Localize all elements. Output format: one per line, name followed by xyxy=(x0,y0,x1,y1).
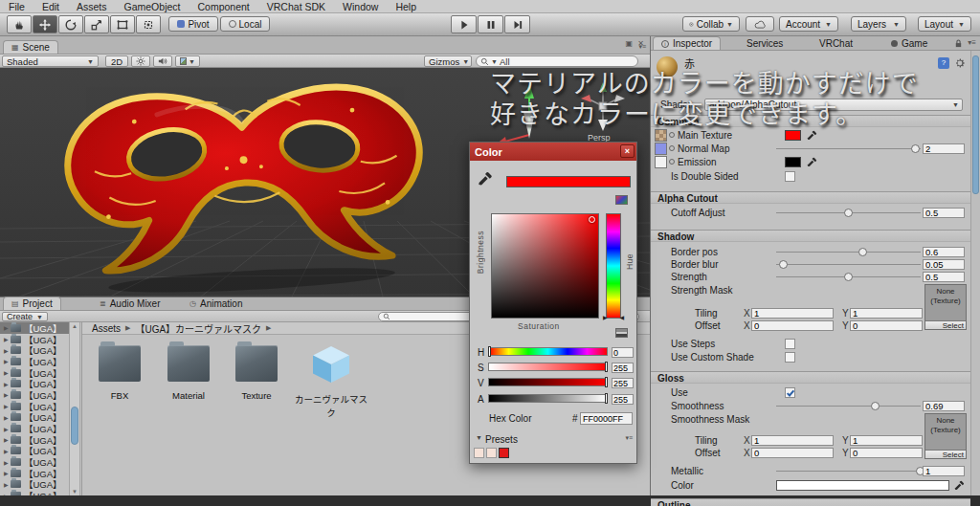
game-tab[interactable]: Game xyxy=(883,36,935,50)
s-slider-thumb[interactable] xyxy=(605,362,608,372)
border-blur-slider[interactable] xyxy=(776,264,921,265)
expand-triangle-icon[interactable]: ▶ xyxy=(4,347,11,354)
expand-triangle-icon[interactable]: ▶ xyxy=(4,358,11,364)
use-steps-checkbox[interactable] xyxy=(785,339,795,349)
v-slider-thumb[interactable] xyxy=(605,377,608,387)
gloss-color-swatch[interactable] xyxy=(776,480,949,491)
move-tool-button[interactable] xyxy=(33,15,57,33)
collab-button[interactable]: Collab▼ xyxy=(682,16,740,32)
vrchat-tab[interactable]: VRChat xyxy=(812,36,860,50)
section-outline[interactable]: Outline xyxy=(651,498,970,506)
breadcrumb-folder[interactable]: 【UGA】カーニヴァルマスク xyxy=(135,321,261,336)
expand-triangle-icon[interactable]: ▶ xyxy=(4,459,11,466)
smoothness-value-field[interactable] xyxy=(923,401,965,411)
view-orientation-gizmo[interactable] xyxy=(576,79,630,133)
expand-triangle-icon[interactable]: ▶ xyxy=(4,336,11,342)
expand-triangle-icon[interactable]: ▶ xyxy=(4,414,11,421)
slider-thumb[interactable] xyxy=(911,144,920,153)
use-custom-shade-checkbox[interactable] xyxy=(785,352,795,363)
shader-dropdown[interactable]: arktoon/AlphaCutout ▼ xyxy=(704,99,963,111)
eyedropper-icon[interactable] xyxy=(954,480,965,491)
gloss-tiling-x-field[interactable] xyxy=(751,435,834,446)
step-button[interactable] xyxy=(504,15,530,33)
scroll-down-icon[interactable]: ▼ xyxy=(72,489,78,495)
expand-triangle-icon[interactable]: ▶ xyxy=(4,481,11,488)
color-window-titlebar[interactable]: Color × xyxy=(470,143,636,161)
asset-prefab-cube[interactable]: カーニヴァルマスク xyxy=(291,345,371,419)
audio-mixer-tab[interactable]: ≣ Audio Mixer xyxy=(92,297,168,310)
move-gizmo[interactable] xyxy=(494,76,551,152)
help-book-icon[interactable]: ? xyxy=(938,57,949,69)
expand-triangle-icon[interactable]: ▶ xyxy=(4,324,11,331)
menu-edit[interactable]: Edit xyxy=(33,1,68,12)
a-slider[interactable] xyxy=(488,394,608,403)
menu-gameobject[interactable]: GameObject xyxy=(116,1,189,12)
gloss-offset-y-field[interactable] xyxy=(850,448,923,458)
project-tab[interactable]: ▤ Project xyxy=(3,297,61,310)
shadow-offset-x-field[interactable] xyxy=(751,320,834,331)
slider-thumb[interactable] xyxy=(871,402,880,410)
h-slider-thumb[interactable] xyxy=(488,346,491,357)
metallic-value-field[interactable] xyxy=(923,466,965,476)
scale-tool-button[interactable] xyxy=(84,15,109,33)
expand-triangle-icon[interactable]: ▶ xyxy=(4,403,11,409)
double-sided-checkbox[interactable] xyxy=(785,171,795,182)
rect-tool-button[interactable] xyxy=(110,15,135,33)
scroll-up-icon[interactable]: ▲ xyxy=(72,323,78,329)
breadcrumb-root[interactable]: Assets xyxy=(92,323,121,334)
animation-tab[interactable]: ◷ Animation xyxy=(182,297,250,310)
main-texture-thumbnail[interactable] xyxy=(655,129,667,142)
menu-vrchat-sdk[interactable]: VRChat SDK xyxy=(258,1,334,12)
2d-toggle-button[interactable]: 2D xyxy=(105,55,128,67)
inspector-tab[interactable]: i Inspector xyxy=(653,36,721,50)
a-value-field[interactable] xyxy=(612,394,634,405)
services-tab[interactable]: Services xyxy=(739,36,791,50)
asset-material-folder[interactable]: Material xyxy=(160,345,217,401)
eyedropper-icon[interactable] xyxy=(807,157,817,167)
transform-tool-button[interactable] xyxy=(136,15,161,33)
normal-map-slider[interactable] xyxy=(776,148,921,149)
a-slider-thumb[interactable] xyxy=(605,393,608,404)
hex-value-field[interactable] xyxy=(580,412,633,425)
section-shadow[interactable]: Shadow xyxy=(651,230,970,242)
slider-thumb[interactable] xyxy=(844,209,853,217)
shading-mode-dropdown[interactable]: Shaded▼ xyxy=(2,55,99,67)
local-toggle-button[interactable]: Local xyxy=(220,16,270,32)
expand-triangle-icon[interactable]: ▶ xyxy=(4,391,11,398)
border-blur-value-field[interactable] xyxy=(923,259,965,270)
s-slider[interactable] xyxy=(488,363,608,371)
presets-label[interactable]: Presets xyxy=(485,434,518,445)
scene-search-field[interactable]: ▼ All xyxy=(476,55,638,67)
rotate-tool-button[interactable] xyxy=(58,15,83,33)
h-slider[interactable] xyxy=(488,347,608,356)
slider-thumb[interactable] xyxy=(779,260,788,269)
strength-value-field[interactable] xyxy=(923,272,965,282)
presets-menu-icon[interactable]: ▾≡ xyxy=(625,434,633,442)
menu-assets[interactable]: Assets xyxy=(68,1,116,12)
picker-mode-icon[interactable] xyxy=(615,195,628,205)
menu-help[interactable]: Help xyxy=(387,1,425,12)
inspector-scrollbar[interactable] xyxy=(970,51,980,495)
cutoff-value-field[interactable] xyxy=(923,208,965,218)
section-common[interactable]: Common xyxy=(651,115,970,127)
normal-map-thumbnail[interactable] xyxy=(655,143,667,155)
carnival-mask-model[interactable] xyxy=(40,68,454,297)
pause-button[interactable] xyxy=(478,15,503,33)
strength-slider[interactable] xyxy=(776,276,921,277)
cutoff-slider[interactable] xyxy=(776,212,921,213)
slider-mode-icon[interactable] xyxy=(615,328,628,338)
preset-swatch-3[interactable] xyxy=(499,448,509,458)
inspector-menu-icon[interactable]: ▾≡ xyxy=(968,38,976,47)
saturation-value-picker[interactable] xyxy=(491,213,599,319)
metallic-slider[interactable] xyxy=(776,471,921,472)
create-dropdown[interactable]: Create▼ xyxy=(2,312,48,321)
expand-triangle-icon[interactable]: ▶ xyxy=(4,436,11,443)
slider-thumb[interactable] xyxy=(858,248,867,256)
cloud-button[interactable] xyxy=(746,16,774,32)
expand-triangle-icon[interactable]: ▶ xyxy=(4,448,11,454)
pivot-toggle-button[interactable]: Pivot xyxy=(168,16,218,32)
v-slider[interactable] xyxy=(488,378,608,386)
eyedropper-icon[interactable] xyxy=(807,130,817,141)
shadow-tiling-y-field[interactable] xyxy=(850,308,923,319)
gloss-offset-x-field[interactable] xyxy=(751,448,834,458)
